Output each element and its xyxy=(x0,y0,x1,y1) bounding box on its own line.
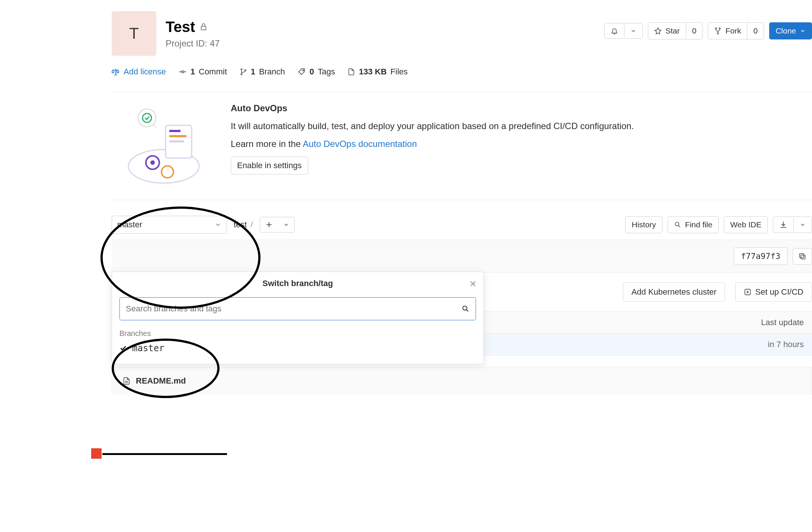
add-to-tree-dropdown[interactable] xyxy=(260,217,295,233)
file-last-update: in 7 hours xyxy=(722,340,804,349)
auto-devops-illustration xyxy=(112,103,208,185)
auto-devops-banner: Auto DevOps It will automatically build,… xyxy=(112,92,812,200)
breadcrumb-root[interactable]: test xyxy=(234,220,247,230)
download-icon xyxy=(779,221,787,229)
svg-point-3 xyxy=(717,33,719,34)
add-kubernetes-button[interactable]: Add Kubernetes cluster xyxy=(623,282,725,302)
svg-rect-21 xyxy=(800,253,804,257)
svg-rect-0 xyxy=(201,26,206,30)
history-button[interactable]: History xyxy=(625,216,662,233)
readme-filename: README.md xyxy=(136,376,186,386)
close-icon[interactable]: × xyxy=(470,278,476,290)
lock-icon xyxy=(199,22,208,32)
svg-point-7 xyxy=(241,74,242,75)
annotation-marker xyxy=(91,448,102,459)
svg-point-2 xyxy=(719,28,720,29)
file-icon xyxy=(122,376,131,385)
find-file-button[interactable]: Find file xyxy=(668,216,719,233)
star-label: Star xyxy=(665,26,680,35)
project-title: Test xyxy=(166,19,195,35)
chevron-down-icon xyxy=(800,222,806,228)
plus-icon xyxy=(265,221,273,228)
svg-point-5 xyxy=(241,69,242,70)
svg-point-8 xyxy=(303,70,304,71)
branch-switch-dropdown: Switch branch/tag × Branches master xyxy=(112,272,484,364)
auto-devops-description: It will automatically build, test, and d… xyxy=(231,121,634,131)
branch-select-value: master xyxy=(117,220,142,230)
svg-rect-16 xyxy=(169,140,184,142)
annotation-underline xyxy=(102,453,227,455)
branch-option-label: master xyxy=(132,343,164,353)
project-avatar: T xyxy=(112,11,156,56)
star-icon xyxy=(654,27,662,35)
project-id: Project ID: 47 xyxy=(166,38,220,49)
copy-sha-button[interactable] xyxy=(793,248,812,265)
branch-search-input-wrapper[interactable] xyxy=(119,297,476,320)
search-icon xyxy=(674,221,681,228)
star-button[interactable]: Star 0 xyxy=(648,22,703,39)
chevron-down-icon xyxy=(630,28,636,34)
svg-point-18 xyxy=(143,113,151,122)
chevron-down-icon xyxy=(283,222,289,228)
tags-link[interactable]: 0 Tags xyxy=(298,67,335,77)
svg-point-4 xyxy=(182,71,184,73)
fork-count: 0 xyxy=(747,23,764,39)
bell-icon xyxy=(611,27,618,35)
dropdown-section-branches: Branches xyxy=(112,326,483,339)
fork-button[interactable]: Fork 0 xyxy=(708,22,764,39)
branch-icon xyxy=(240,68,247,76)
branch-search-input[interactable] xyxy=(126,304,461,314)
clone-button[interactable]: Clone xyxy=(769,22,812,39)
svg-point-6 xyxy=(244,70,246,71)
branch-select-dropdown[interactable]: master xyxy=(112,216,227,234)
web-ide-button[interactable]: Web IDE xyxy=(724,216,768,233)
fork-label: Fork xyxy=(725,26,741,35)
col-header-last-update: Last update xyxy=(722,318,804,327)
svg-rect-14 xyxy=(169,130,180,132)
breadcrumb-separator: / xyxy=(250,220,253,230)
plus-circle-icon xyxy=(744,288,751,296)
auto-devops-title: Auto DevOps xyxy=(231,103,634,113)
svg-point-23 xyxy=(463,306,467,310)
fork-icon xyxy=(714,27,722,35)
clone-label: Clone xyxy=(776,26,796,35)
commits-link[interactable]: 1 Commit xyxy=(179,67,227,77)
auto-devops-doc-link[interactable]: Auto DevOps documentation xyxy=(303,139,417,149)
readme-panel-header: README.md xyxy=(112,367,812,395)
commit-icon xyxy=(179,68,187,76)
branch-option-master[interactable]: master xyxy=(112,339,483,357)
search-icon xyxy=(461,305,470,313)
download-dropdown[interactable] xyxy=(773,217,812,233)
notifications-dropdown[interactable] xyxy=(604,23,643,39)
svg-rect-15 xyxy=(169,135,186,137)
add-license-link[interactable]: Add license xyxy=(112,67,166,77)
files-size-link[interactable]: 133 KB Files xyxy=(348,67,407,77)
svg-point-17 xyxy=(138,109,156,127)
auto-devops-learn-prefix: Learn more in the xyxy=(231,139,303,149)
svg-rect-20 xyxy=(801,255,805,259)
commit-sha[interactable]: f77a97f3 xyxy=(734,247,787,265)
check-icon xyxy=(119,344,127,352)
enable-auto-devops-button[interactable]: Enable in settings xyxy=(231,157,308,174)
dropdown-title: Switch branch/tag xyxy=(262,279,333,288)
star-count: 0 xyxy=(686,23,703,39)
setup-cicd-button[interactable]: Set up CI/CD xyxy=(735,282,812,302)
file-icon xyxy=(348,68,355,76)
svg-point-19 xyxy=(675,222,679,226)
tag-icon xyxy=(298,68,306,76)
copy-icon xyxy=(798,252,806,260)
branches-link[interactable]: 1 Branch xyxy=(240,67,285,77)
svg-point-1 xyxy=(716,28,717,29)
license-icon xyxy=(112,68,120,76)
chevron-down-icon xyxy=(800,28,806,34)
svg-point-12 xyxy=(162,166,173,178)
svg-point-11 xyxy=(150,160,155,165)
chevron-down-icon xyxy=(215,221,221,228)
